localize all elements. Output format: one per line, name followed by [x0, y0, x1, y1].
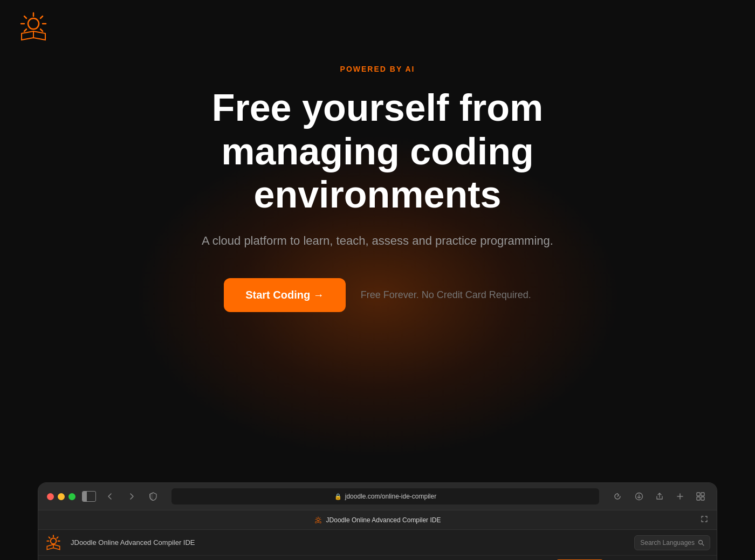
hero-title-line2: environments: [254, 174, 502, 216]
svg-rect-11: [701, 493, 704, 496]
sidebar-toggle-icon[interactable]: [82, 491, 96, 502]
browser-actions: [632, 489, 708, 504]
browser-mockup: 🔒 jdoodle.com/online-ide-compiler: [38, 482, 717, 560]
back-button[interactable]: [102, 489, 118, 504]
svg-point-14: [317, 518, 319, 521]
jdoodle-logo-icon: [17, 11, 50, 43]
svg-point-28: [699, 540, 703, 544]
download-icon[interactable]: [632, 489, 647, 504]
browser-active-tab[interactable]: JDoodle Online Advanced Compiler IDE: [314, 516, 441, 524]
navbar: [0, 0, 755, 54]
start-coding-button[interactable]: Start Coding →: [224, 278, 346, 312]
browser-tab-bar: JDoodle Online Advanced Compiler IDE: [38, 510, 717, 530]
free-forever-text: Free Forever. No Credit Card Required.: [361, 289, 531, 301]
app-toolbar: JDoodle Online Advanced Compiler IDE Sea…: [38, 530, 717, 556]
app-logo-small: [45, 534, 62, 551]
svg-line-29: [702, 544, 704, 545]
url-text: jdoodle.com/online-ide-compiler: [345, 493, 436, 500]
hero-cta-row: Start Coding → Free Forever. No Credit C…: [224, 278, 531, 312]
svg-rect-13: [701, 497, 704, 500]
browser-chrome-bar: 🔒 jdoodle.com/online-ide-compiler: [38, 483, 717, 510]
browser-tab-label: JDoodle Online Advanced Compiler IDE: [326, 516, 441, 524]
hero-subtitle: A cloud platform to learn, teach, assess…: [202, 234, 553, 248]
hero-title-line1: Free yourself from managing coding: [212, 87, 544, 172]
svg-line-2: [24, 16, 26, 18]
security-icon: [146, 489, 161, 504]
app-title-label: JDoodle Online Advanced Compiler IDE: [71, 538, 195, 547]
svg-point-7: [28, 18, 39, 29]
share-icon[interactable]: [652, 489, 667, 504]
forward-button[interactable]: [124, 489, 139, 504]
svg-line-5: [40, 29, 43, 31]
search-languages-input[interactable]: Search Languages: [634, 535, 710, 550]
svg-line-23: [57, 537, 58, 538]
svg-rect-10: [697, 493, 700, 496]
svg-line-6: [24, 29, 26, 31]
close-traffic-light[interactable]: [47, 493, 54, 500]
powered-by-label: POWERED BY AI: [340, 65, 415, 73]
url-bar[interactable]: 🔒 jdoodle.com/online-ide-compiler: [171, 488, 599, 504]
traffic-lights: [47, 493, 76, 500]
fullscreen-traffic-light[interactable]: [68, 493, 76, 500]
reload-button[interactable]: [610, 489, 625, 504]
search-languages-placeholder: Search Languages: [640, 539, 695, 547]
svg-point-21: [51, 538, 57, 544]
svg-line-16: [319, 517, 320, 518]
svg-line-1: [40, 16, 43, 18]
expand-tab-icon[interactable]: [701, 515, 708, 524]
new-tab-icon[interactable]: [672, 489, 688, 504]
svg-rect-12: [697, 497, 700, 500]
search-icon: [698, 540, 704, 546]
lock-icon: 🔒: [334, 493, 342, 500]
tabs-overview-icon[interactable]: [693, 489, 708, 504]
hero-title: Free yourself from managing coding envir…: [135, 86, 620, 217]
minimize-traffic-light[interactable]: [58, 493, 65, 500]
svg-line-24: [49, 537, 50, 538]
logo-container: [17, 11, 50, 43]
svg-line-17: [316, 517, 317, 518]
file-tabs-bar: Project files Add File MyClass.java ✕: [38, 556, 717, 560]
